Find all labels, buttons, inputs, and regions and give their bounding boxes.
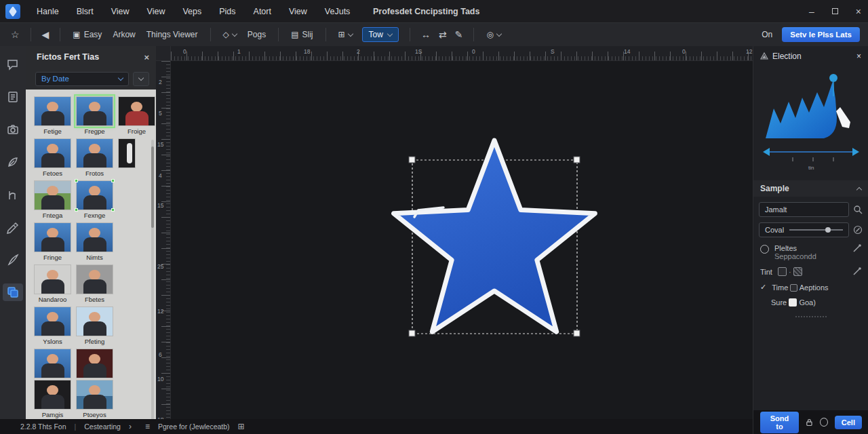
coval-slider[interactable]	[789, 229, 843, 231]
photo-label: Frotos	[76, 168, 113, 177]
slider-left-arrow[interactable]	[763, 148, 770, 156]
status-circle-icon[interactable]	[820, 418, 828, 427]
restore-button[interactable]	[832, 8, 838, 14]
grid-view-icon[interactable]: ⊞	[238, 422, 245, 431]
pen-dropdown[interactable]: ◇	[218, 30, 242, 39]
section-label[interactable]: Cestearting	[84, 422, 121, 431]
photo-item[interactable]: Nimts	[76, 222, 113, 261]
grid-dropdown[interactable]: ⊞	[333, 30, 358, 39]
document-icon[interactable]	[3, 88, 23, 106]
star-shape[interactable]	[394, 140, 595, 332]
photo-item[interactable]	[76, 349, 113, 378]
pleltes-option[interactable]: Pleltes Seppacondd	[774, 244, 847, 260]
photo-item[interactable]	[34, 349, 71, 378]
photo-item-partial[interactable]	[118, 138, 136, 168]
pleltes-label: Pleltes	[774, 244, 847, 252]
menu-item[interactable]: View	[147, 7, 165, 16]
handle-top-right[interactable]	[574, 157, 580, 163]
menu-item[interactable]: Veps	[182, 7, 201, 16]
sample-field-2[interactable]: Coval	[759, 222, 849, 237]
photo-item[interactable]: Fringe	[34, 222, 71, 261]
selection-panel-title: Election	[772, 52, 802, 61]
flag-icon[interactable]: ◀	[38, 29, 54, 40]
chart-range-slider[interactable]: tin	[763, 148, 859, 171]
checkmark-icon[interactable]: ✓	[760, 283, 766, 292]
menu-item[interactable]: View	[289, 7, 307, 16]
chat-bubble-icon[interactable]	[3, 56, 23, 73]
menu-item[interactable]: VeJuts	[325, 7, 351, 16]
leaf-pen-icon[interactable]	[3, 153, 23, 171]
menu-item[interactable]: View	[111, 7, 130, 16]
photo-label: Pamgis	[34, 410, 71, 418]
white-swatch-icon[interactable]	[789, 298, 797, 307]
chart-point-dot[interactable]	[829, 74, 837, 82]
photo-item[interactable]: Frotos	[76, 138, 113, 177]
photo-item[interactable]: Fntega	[34, 180, 71, 219]
hamburger-menu-icon[interactable]: ≡	[145, 422, 150, 431]
selection-chart[interactable]: tin	[760, 69, 862, 171]
primary-action-button[interactable]: Setv le Plss Lats	[782, 27, 860, 42]
arch-tool-icon[interactable]	[3, 186, 23, 203]
canvas[interactable]: 0 1 18 2 1S 0 S 14 0 12 2 5 15 4 15 25 1…	[156, 46, 753, 419]
menu-item[interactable]: Atort	[254, 7, 271, 16]
menu-item[interactable]: Hanle	[37, 7, 59, 16]
slij-button[interactable]: ▤ Slij	[285, 30, 318, 39]
eyedropper-icon[interactable]	[852, 267, 861, 276]
sure-goal-option[interactable]: Sure Goa)	[771, 298, 816, 307]
sample-section-header[interactable]: Sample	[753, 180, 868, 197]
photo-item[interactable]: Yslons	[34, 307, 71, 345]
eyedropper-icon[interactable]	[852, 244, 861, 253]
search-icon[interactable]	[853, 205, 863, 214]
menu-item[interactable]: Pids	[219, 7, 235, 16]
scroll-handle[interactable]	[127, 143, 132, 163]
pogs-button[interactable]: Pogs	[242, 30, 271, 39]
arkow-button[interactable]: Arkow	[107, 30, 140, 39]
tow-tool-selected[interactable]: Tow	[362, 27, 399, 42]
things-viewer-button[interactable]: Things Viewer	[141, 30, 203, 39]
photo-item[interactable]: Fbetes	[76, 264, 113, 303]
send-to-button[interactable]: Sond to	[760, 412, 799, 433]
photo-item-selected[interactable]: Fregpe	[76, 96, 113, 135]
close-button[interactable]: ×	[856, 6, 861, 17]
lock-icon[interactable]	[806, 418, 813, 427]
star-tool-icon[interactable]: ☆	[7, 29, 24, 40]
pencil-icon[interactable]: ✎	[451, 29, 467, 40]
brush-circle-icon[interactable]	[853, 225, 863, 235]
photo-item[interactable]: Fetoes	[34, 138, 71, 177]
circle-dropdown[interactable]: ◎	[481, 30, 506, 39]
camera-icon[interactable]	[3, 121, 23, 138]
feather-pen-icon[interactable]	[3, 251, 23, 269]
photo-item[interactable]: Nandaroo	[34, 264, 71, 303]
pattern-swatch-icon[interactable]	[793, 267, 802, 276]
call-button[interactable]: Cell	[835, 416, 862, 429]
photo-item[interactable]: Pfeting	[76, 307, 113, 345]
chevron-right-icon[interactable]: ›	[129, 422, 132, 431]
sample-field-1[interactable]: Jamalt	[759, 202, 849, 217]
sort-by-dropdown[interactable]: By Date	[35, 72, 129, 86]
selection-panel-close-icon[interactable]: ×	[856, 52, 861, 61]
handle-top-left[interactable]	[409, 157, 415, 163]
swatch-icon[interactable]	[778, 267, 787, 276]
handle-bottom-left[interactable]	[409, 330, 415, 336]
panel-scrollbar[interactable]	[151, 140, 154, 420]
time-aeptions-option[interactable]: Time Aeptions	[772, 283, 828, 292]
slider-right-arrow[interactable]	[852, 148, 859, 156]
horizontal-arrows-icon[interactable]: ↔	[417, 29, 435, 40]
photo-item[interactable]: Pamgis	[34, 380, 71, 418]
photos-panel-close-icon[interactable]: ×	[144, 52, 149, 62]
photos-tool-icon-active[interactable]	[3, 283, 23, 301]
photo-item[interactable]: Fetige	[34, 96, 71, 135]
photo-item-marked[interactable]: Fexnge	[76, 180, 113, 219]
easy-button[interactable]: ▣ Easy	[67, 30, 107, 39]
panel-collapse-button[interactable]	[133, 72, 149, 86]
tint-swatches[interactable]: ·	[778, 267, 847, 276]
photo-label: Fetige	[34, 126, 71, 135]
minimize-button[interactable]: –	[809, 6, 814, 17]
radio-circle-icon[interactable]	[760, 245, 769, 254]
photo-item[interactable]: Froige	[118, 96, 155, 135]
menu-item[interactable]: Blsrt	[77, 7, 94, 16]
handle-bottom-right[interactable]	[574, 330, 580, 336]
swap-arrows-icon[interactable]: ⇄	[435, 29, 451, 40]
hand-pen-icon[interactable]	[3, 218, 23, 236]
photo-item[interactable]: Ptoeyos	[76, 380, 113, 418]
